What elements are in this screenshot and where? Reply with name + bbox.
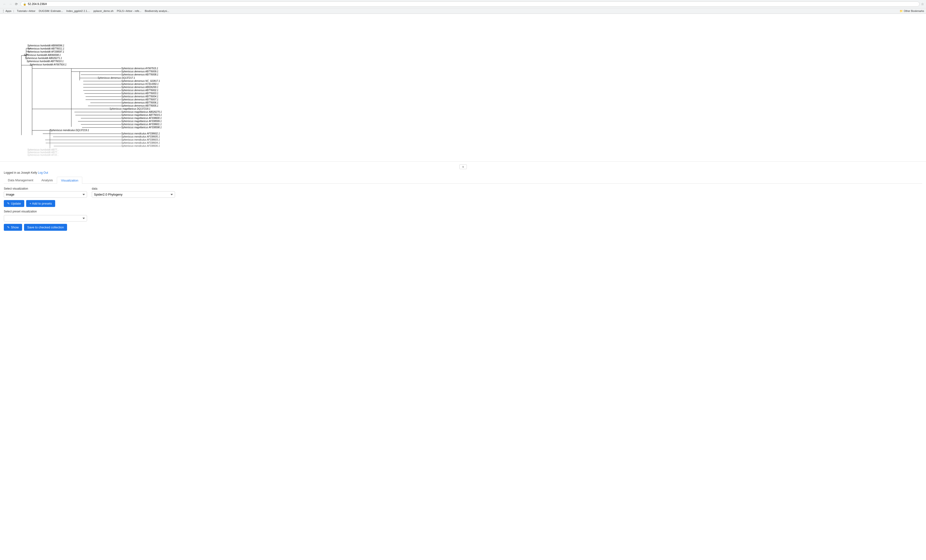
apps-button[interactable]: ⋮ Apps <box>2 9 11 13</box>
svg-text:Spheniscus demersus KC914350.1: Spheniscus demersus KC914350.1 <box>121 83 159 85</box>
bookmark-biodiversity-label: Biodiversity analysi... <box>145 9 169 12</box>
svg-text:Spheniscus mendiculus AF338603: Spheniscus mendiculus AF338603.1 <box>121 138 160 141</box>
bookmark-pplacer[interactable]: pplacer_demo.sh <box>92 9 114 13</box>
show-button-label: Show <box>11 226 19 229</box>
reload-button[interactable]: ⟳ <box>14 2 19 7</box>
tab-data-management[interactable]: Data Management <box>4 177 37 183</box>
svg-text:Spheniscus demersus AB026269.1: Spheniscus demersus AB026269.1 <box>121 86 158 88</box>
svg-text:Spheniscus demersus AB776005.1: Spheniscus demersus AB776005.1 <box>121 104 158 107</box>
forward-button[interactable]: → <box>8 2 13 7</box>
bookmark-ggplot-label: Index_ggplot2 2.1.... <box>67 9 90 12</box>
svg-text:Spheniscus humboldti AY567916.: Spheniscus humboldti AY567916.1 <box>30 63 67 66</box>
add-preset-button-label: + Add to presets <box>29 202 52 205</box>
tab-analysis[interactable]: Analysis <box>37 177 57 183</box>
select-preset-label: Select preset visualization <box>4 210 922 213</box>
show-chart-icon: ✎ <box>7 226 10 229</box>
visualization-form-row: Select visualization image d3 vega data … <box>4 187 922 198</box>
svg-text:Spheniscus magellanicus AF3386: Spheniscus magellanicus AF338600.1 <box>121 117 162 120</box>
svg-text:Spheniscus demersus AB776002.1: Spheniscus demersus AB776002.1 <box>121 89 158 92</box>
browser-chrome: ← → ⟳ 🔒 ☆ ⋮ Apps | Tutorials • Arbor DUG… <box>0 0 926 14</box>
tab-visualization-label: Visualization <box>61 179 78 182</box>
page-content: Spheniscus humboldti AB066596.1 Sphenisc… <box>0 14 926 238</box>
svg-text:Spheniscus magellanicus DQ1372: Spheniscus magellanicus DQ137218.1 <box>109 107 150 110</box>
select-data-group: data Spider2.0 Phylogeny <box>92 187 175 198</box>
svg-text:Spheniscus demersus AB776006.1: Spheniscus demersus AB776006.1 <box>121 101 158 104</box>
add-to-presets-button[interactable]: + Add to presets <box>26 200 55 207</box>
address-bar[interactable] <box>28 2 917 6</box>
apps-label: Apps <box>6 9 11 12</box>
svg-text:Spheniscus humboldti AF33...: Spheniscus humboldti AF33... <box>27 154 59 156</box>
svg-text:Spheniscus humboldti AB77...: Spheniscus humboldti AB77... <box>27 151 59 154</box>
svg-text:Spheniscus humboldti AB77...: Spheniscus humboldti AB77... <box>27 148 59 151</box>
svg-text:Spheniscus humboldti AB066598.: Spheniscus humboldti AB066598.1 <box>24 54 61 56</box>
bookmark-dugsim-label: DUGSIM: Estimate... <box>39 9 63 12</box>
address-bar-container: 🔒 <box>20 2 920 7</box>
tree-area: Spheniscus humboldti AB066596.1 Sphenisc… <box>0 14 926 161</box>
bookmark-pgls-label: PGLS • Arbor - refe... <box>117 9 141 12</box>
svg-text:Spheniscus humboldti AB776011.: Spheniscus humboldti AB776011.1 <box>27 47 64 50</box>
logout-link[interactable]: Log Out <box>38 171 48 174</box>
bookmark-ggplot[interactable]: Index_ggplot2 2.1.... <box>65 9 91 13</box>
svg-text:Spheniscus demersus AB776008.1: Spheniscus demersus AB776008.1 <box>121 73 158 76</box>
tab-visualization[interactable]: Visualization <box>57 177 82 184</box>
update-button[interactable]: ✎ Update <box>4 200 24 207</box>
svg-text:Spheniscus magellanicus AF3386: Spheniscus magellanicus AF338601.1 <box>121 123 162 126</box>
login-info: Logged in as Joseph Kelly Log Out <box>4 171 922 174</box>
preset-row: Select preset visualization <box>4 210 922 221</box>
bottom-panel: ∨ Logged in as Joseph Kelly Log Out Data… <box>0 161 926 238</box>
back-button[interactable]: ← <box>2 2 7 7</box>
chevron-down-icon: ∨ <box>462 165 464 168</box>
preset-action-buttons-row: ✎ Show Save to checked collection <box>4 224 922 231</box>
save-to-collection-button[interactable]: Save to checked collection <box>24 224 67 231</box>
tab-bar: Data Management Analysis Visualization <box>4 177 922 184</box>
update-button-label: Update <box>11 202 21 205</box>
svg-text:Spheniscus mendiculus AF338602: Spheniscus mendiculus AF338602.1 <box>121 132 160 135</box>
tab-data-management-label: Data Management <box>8 179 33 182</box>
svg-text:Spheniscus magellanicus AB0262: Spheniscus magellanicus AB026270.1 <box>121 110 162 113</box>
select-data-label: data <box>92 187 175 190</box>
show-button[interactable]: ✎ Show <box>4 224 22 231</box>
apps-grid-icon: ⋮ <box>2 9 5 13</box>
svg-text:Spheniscus demersus AB776003.1: Spheniscus demersus AB776003.1 <box>121 92 158 95</box>
svg-text:Spheniscus magellanicus AF3385: Spheniscus magellanicus AF338598.1 <box>121 126 162 129</box>
tab-analysis-label: Analysis <box>41 179 53 182</box>
bookmark-star-button[interactable]: ☆ <box>921 2 924 6</box>
svg-text:Spheniscus humboldti AB776010.: Spheniscus humboldti AB776010.1 <box>27 60 64 62</box>
bookmark-pgls[interactable]: PGLS • Arbor - refe... <box>116 9 142 13</box>
save-collection-button-label: Save to checked collection <box>27 226 64 229</box>
svg-text:Spheniscus demersus AY567915.1: Spheniscus demersus AY567915.1 <box>121 67 158 70</box>
svg-text:Spheniscus magellanicus AF3385: Spheniscus magellanicus AF338599.1 <box>121 120 162 123</box>
select-preset-dropdown[interactable] <box>4 215 87 221</box>
other-bookmarks-icon: 📁 <box>900 9 903 13</box>
browser-toolbar: ← → ⟳ 🔒 ☆ <box>0 0 926 8</box>
svg-text:Spheniscus magellanicus AB7760: Spheniscus magellanicus AB776015.1 <box>121 114 162 117</box>
panel-toggle-button[interactable]: ∨ <box>460 164 467 169</box>
svg-text:Spheniscus demersus DQ137217.1: Spheniscus demersus DQ137217.1 <box>97 77 135 79</box>
login-text: Logged in as Joseph Kelly <box>4 171 37 174</box>
svg-text:Spheniscus humboldti AF338597.: Spheniscus humboldti AF338597.1 <box>27 50 64 53</box>
panel-toggle-container: ∨ <box>4 164 922 169</box>
other-bookmarks-button[interactable]: 📁 Other Bookmarks <box>900 9 924 13</box>
svg-text:Spheniscus mendiculus DQ137219: Spheniscus mendiculus DQ137219.1 <box>50 129 89 132</box>
action-buttons-row: ✎ Update + Add to presets <box>4 200 922 207</box>
select-data-dropdown[interactable]: Spider2.0 Phylogeny <box>92 191 175 198</box>
bookmarks-bar: ⋮ Apps | Tutorials • Arbor DUGSIM: Estim… <box>0 8 926 14</box>
svg-text:Spheniscus mendiculus AF338604: Spheniscus mendiculus AF338604.1 <box>121 142 160 144</box>
bookmark-pplacer-label: pplacer_demo.sh <box>94 9 113 12</box>
nav-buttons: ← → ⟳ <box>2 2 19 7</box>
svg-text:Spheniscus demersus AB776004.1: Spheniscus demersus AB776004.1 <box>121 95 158 98</box>
select-viz-group: Select visualization image d3 vega <box>4 187 87 198</box>
chart-icon: ✎ <box>7 202 10 205</box>
svg-text:Spheniscus humboldti AB066596.: Spheniscus humboldti AB066596.1 <box>27 44 64 47</box>
lock-icon: 🔒 <box>23 3 26 6</box>
select-viz-label: Select visualization <box>4 187 87 190</box>
svg-text:Spheniscus mendiculus AF338606: Spheniscus mendiculus AF338606.1 <box>121 145 160 147</box>
bookmark-dugsim[interactable]: DUGSIM: Estimate... <box>38 9 64 13</box>
svg-text:Spheniscus demersus NC_022817.: Spheniscus demersus NC_022817.1 <box>121 80 160 82</box>
phylogenetic-tree: Spheniscus humboldti AB066596.1 Sphenisc… <box>7 18 316 156</box>
select-viz-dropdown[interactable]: image d3 vega <box>4 191 87 198</box>
bookmark-tutorials[interactable]: Tutorials • Arbor <box>16 9 36 13</box>
svg-text:Spheniscus humboldti AB026271.: Spheniscus humboldti AB026271.1 <box>25 57 62 59</box>
other-bookmarks-label: Other Bookmarks <box>904 9 924 12</box>
bookmark-biodiversity[interactable]: Biodiversity analysi... <box>144 9 170 13</box>
